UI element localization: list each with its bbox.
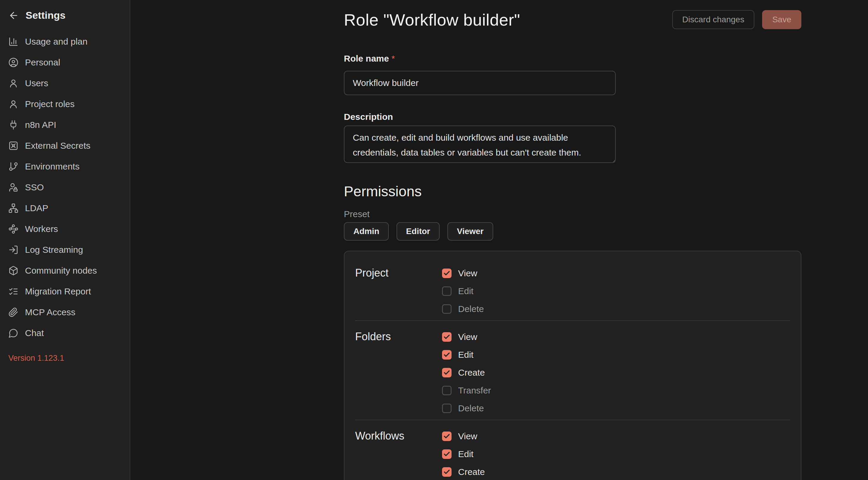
app-root: Settings Usage and plan Personal Users P… (0, 0, 868, 480)
sidebar-item-personal[interactable]: Personal (0, 52, 130, 73)
permission-group-name: Workflows (355, 427, 442, 480)
permission-row-folders-delete: Delete (442, 399, 790, 417)
sidebar-item-label: Users (25, 78, 48, 88)
permission-row-workflows-view: View (442, 427, 790, 445)
page-header: Role "Workflow builder" Discard changes … (344, 9, 801, 30)
user-circle-icon (8, 57, 19, 67)
sidebar-item-label: Community nodes (25, 265, 97, 276)
sidebar-item-label: Personal (25, 57, 60, 67)
sidebar-item-community-nodes[interactable]: Community nodes (0, 260, 130, 281)
role-name-input[interactable] (344, 71, 616, 95)
sidebar-header: Settings (0, 8, 130, 26)
permission-label: Transfer (458, 385, 491, 395)
sidebar-item-external-secrets[interactable]: External Secrets (0, 135, 130, 156)
role-name-label: Role name * (344, 54, 801, 64)
sidebar-item-label: MCP Access (25, 307, 75, 317)
sidebar-item-environments[interactable]: Environments (0, 156, 130, 177)
preset-button-editor[interactable]: Editor (397, 222, 440, 241)
permission-group-name: Project (355, 264, 442, 318)
sidebar-item-sso[interactable]: SSO (0, 177, 130, 198)
sidebar-item-users[interactable]: Users (0, 73, 130, 94)
sidebar-item-migration-report[interactable]: Migration Report (0, 281, 130, 302)
user-icon (8, 99, 19, 109)
checkbox-unchecked-project-edit[interactable] (442, 286, 452, 296)
permission-row-workflows-create: Create (442, 463, 790, 480)
checkbox-checked-folders-edit[interactable] (442, 350, 452, 359)
checkbox-checked-folders-view[interactable] (442, 332, 452, 342)
git-branch-icon (8, 161, 19, 171)
sidebar-item-project-roles[interactable]: Project roles (0, 94, 130, 115)
permission-row-workflows-edit: Edit (442, 445, 790, 463)
main-content: Role "Workflow builder" Discard changes … (130, 0, 868, 480)
preset-button-admin[interactable]: Admin (344, 222, 389, 241)
sidebar-item-label: LDAP (25, 203, 48, 213)
sidebar-item-usage-and-plan[interactable]: Usage and plan (0, 31, 130, 52)
sidebar-item-ldap[interactable]: LDAP (0, 198, 130, 219)
sidebar-item-label: n8n API (25, 120, 56, 130)
sidebar-item-n8n-api[interactable]: n8n API (0, 115, 130, 135)
permissions-card: Project View Edit Delete Folders View Ed… (344, 251, 801, 480)
permission-row-project-edit: Edit (442, 282, 790, 300)
checkbox-unchecked-project-delete[interactable] (442, 304, 452, 314)
preset-button-viewer[interactable]: Viewer (447, 222, 493, 241)
sidebar-item-workers[interactable]: Workers (0, 219, 130, 239)
permission-group-project: Project View Edit Delete (355, 257, 790, 321)
permission-label: Edit (458, 449, 473, 459)
permission-label: Create (458, 467, 485, 477)
back-arrow-icon[interactable] (8, 10, 19, 21)
checkbox-unchecked-folders-transfer[interactable] (442, 386, 452, 395)
sidebar-item-mcp-access[interactable]: MCP Access (0, 302, 130, 323)
permission-group-name: Folders (355, 328, 442, 417)
list-checks-icon (8, 286, 19, 296)
checkbox-checked-workflows-edit[interactable] (442, 449, 452, 459)
permission-row-folders-create: Create (442, 364, 790, 382)
permission-row-project-view: View (442, 264, 790, 282)
permission-label: Create (458, 367, 485, 378)
checkbox-checked-folders-create[interactable] (442, 368, 452, 377)
sidebar-item-label: Migration Report (25, 286, 91, 296)
sidebar-nav: Usage and plan Personal Users Project ro… (0, 31, 130, 344)
permission-label: View (458, 332, 477, 342)
checkbox-checked-workflows-create[interactable] (442, 467, 452, 477)
sidebar-item-label: SSO (25, 182, 44, 192)
sidebar-item-chat[interactable]: Chat (0, 323, 130, 344)
paperclip-icon (8, 307, 19, 317)
checkbox-checked-project-view[interactable] (442, 268, 452, 278)
header-actions: Discard changes Save (672, 10, 801, 29)
discard-changes-button[interactable]: Discard changes (672, 10, 755, 29)
role-name-label-text: Role name (344, 54, 389, 63)
sidebar-item-label: Usage and plan (25, 37, 88, 47)
message-circle-icon (8, 328, 19, 338)
description-label: Description (344, 112, 801, 122)
preset-buttons: AdminEditorViewer (344, 222, 801, 241)
sidebar-item-label: External Secrets (25, 141, 90, 151)
network-icon (8, 203, 19, 213)
waypoints-icon (8, 224, 19, 234)
sidebar-item-label: Environments (25, 161, 80, 171)
description-textarea[interactable]: Can create, edit and build workflows and… (344, 126, 616, 163)
permissions-heading: Permissions (344, 183, 801, 199)
checkbox-checked-workflows-view[interactable] (442, 431, 452, 441)
permission-label: View (458, 431, 477, 441)
permission-row-folders-view: View (442, 328, 790, 346)
sidebar-title: Settings (26, 9, 65, 21)
permission-label: Edit (458, 350, 473, 360)
permission-label: Delete (458, 403, 484, 413)
sidebar-item-label: Project roles (25, 99, 75, 109)
vault-icon (8, 141, 19, 151)
sidebar-item-label: Chat (25, 328, 44, 338)
page-title: Role "Workflow builder" (344, 10, 520, 29)
sidebar-item-label: Log Streaming (25, 245, 83, 255)
plug-icon (8, 120, 19, 130)
permission-label: Delete (458, 304, 484, 314)
version-text: Version 1.123.1 (0, 354, 130, 363)
checkbox-unchecked-folders-delete[interactable] (442, 404, 452, 413)
save-button[interactable]: Save (762, 10, 801, 29)
log-in-icon (8, 245, 19, 255)
permission-row-project-delete: Delete (442, 300, 790, 318)
chart-column-icon (8, 37, 19, 47)
permission-label: View (458, 268, 477, 278)
settings-sidebar: Settings Usage and plan Personal Users P… (0, 0, 130, 480)
user-icon (8, 78, 19, 88)
sidebar-item-log-streaming[interactable]: Log Streaming (0, 239, 130, 260)
